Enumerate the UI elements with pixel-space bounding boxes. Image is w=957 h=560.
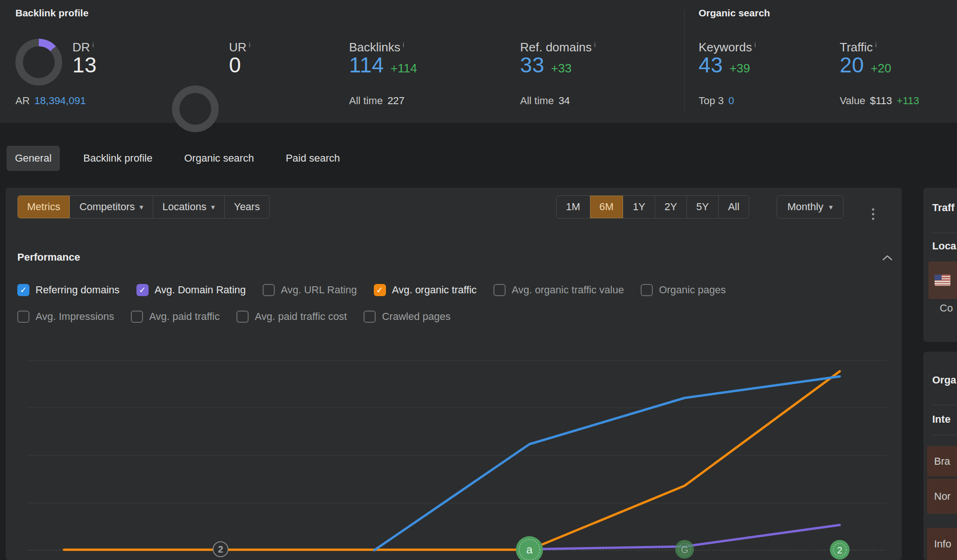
button-label: Competitors	[79, 201, 135, 213]
refdomains-value-row: 33 +33	[520, 52, 571, 78]
keywords-value-row: 43 +39	[699, 52, 750, 78]
backlinks-delta: +114	[391, 61, 417, 76]
chevron-down-icon: ▾	[139, 203, 143, 212]
traffic-value-sub-row: Value$113+113	[840, 95, 919, 107]
event-marker-gray[interactable]: 2	[213, 542, 228, 557]
event-marker-a[interactable]: a	[516, 536, 543, 560]
top3-row: Top 30	[699, 95, 734, 107]
metric-label: Avg. organic traffic value	[512, 284, 624, 296]
metric-checkbox-avg-paid-traffic-cost[interactable]: Avg. paid traffic cost	[236, 311, 347, 323]
us-flag-icon	[935, 275, 950, 286]
checkbox-icon: ✓	[136, 284, 149, 296]
keywords-value[interactable]: 43	[699, 52, 723, 78]
collapse-chevron-icon[interactable]	[882, 254, 893, 262]
filter-years[interactable]: Years	[224, 196, 269, 218]
refdomains-delta: +33	[551, 61, 571, 76]
metric-checkbox-avg-organic-traffic-value[interactable]: Avg. organic traffic value	[493, 284, 624, 296]
top3-value[interactable]: 0	[728, 95, 734, 106]
chevron-down-icon: ▾	[829, 203, 833, 212]
filter-competitors[interactable]: Competitors▾	[70, 196, 153, 218]
info-icon[interactable]: i	[403, 41, 404, 49]
time-range-group: 1M6M1Y2Y5YAll	[556, 195, 749, 219]
range-1m[interactable]: 1M	[557, 196, 590, 218]
divider	[932, 435, 957, 435]
ar-value[interactable]: 18,394,091	[35, 95, 86, 106]
checkbox-icon	[263, 284, 275, 296]
tab-backlink-profile[interactable]: Backlink profile	[75, 146, 161, 171]
metric-label: Organic pages	[659, 284, 726, 296]
svg-text:2: 2	[837, 545, 842, 555]
button-label: 1Y	[633, 201, 645, 213]
range-all[interactable]: All	[718, 196, 749, 218]
button-label: Locations	[163, 201, 207, 213]
granularity-dropdown[interactable]: Monthly ▾	[777, 195, 843, 219]
value-delta: +113	[897, 95, 919, 106]
dr-value: 13	[72, 52, 97, 78]
traffic-value[interactable]: 20	[840, 52, 864, 78]
button-label: 2Y	[664, 201, 677, 213]
backlinks-value[interactable]: 114	[349, 52, 384, 78]
event-marker-g[interactable]: G	[675, 540, 694, 559]
ur-value: 0	[229, 52, 241, 78]
value-amount: $113	[870, 95, 892, 106]
button-label: 6M	[600, 201, 614, 213]
backlinks-value-row: 114 +114	[349, 52, 417, 78]
metric-checkbox-avg-impressions[interactable]: Avg. Impressions	[17, 311, 114, 323]
sidebar-panel2-section: Inte	[932, 413, 950, 425]
metric-checkbox-avg-domain-rating[interactable]: ✓Avg. Domain Rating	[136, 284, 246, 296]
traffic-by-location-panel: Traff Loca Co	[923, 188, 957, 342]
ar-label: AR	[15, 95, 30, 106]
info-icon[interactable]: i	[754, 41, 756, 49]
checkbox-icon	[364, 311, 376, 323]
performance-chart[interactable]: 2 a G 2	[6, 323, 902, 560]
event-marker-2[interactable]: 2	[830, 540, 850, 560]
range-2y[interactable]: 2Y	[655, 196, 686, 218]
button-label: 5Y	[696, 201, 709, 213]
info-icon[interactable]: i	[594, 41, 595, 49]
refdomains-alltime-row: All time34	[520, 95, 570, 107]
tab-bar: GeneralBacklink profileOrganic searchPai…	[7, 146, 349, 171]
metric-label: Avg. URL Rating	[281, 284, 357, 296]
backlink-profile-title: Backlink profile	[15, 7, 88, 19]
intent-row-nor[interactable]: Nor	[927, 479, 957, 514]
dr-gauge	[15, 39, 62, 85]
kebab-menu-icon[interactable]	[869, 206, 877, 223]
granularity-label: Monthly	[787, 201, 823, 213]
location-row-us[interactable]	[928, 262, 957, 299]
filter-button-group: MetricsCompetitors▾Locations▾Years	[17, 195, 270, 219]
intent-row-info[interactable]: Info	[927, 528, 957, 560]
series-line-referring-domains	[374, 376, 840, 550]
performance-title: Performance	[17, 251, 80, 263]
checkbox-icon	[131, 311, 143, 323]
organic-search-title: Organic search	[699, 7, 770, 19]
range-6m[interactable]: 6M	[590, 196, 623, 218]
alltime-value: 227	[387, 95, 405, 106]
metric-checkbox-avg-paid-traffic[interactable]: Avg. paid traffic	[131, 311, 220, 323]
checkbox-icon	[236, 311, 249, 323]
filter-locations[interactable]: Locations▾	[153, 196, 224, 218]
metric-label: Referring domains	[36, 284, 120, 296]
svg-text:G: G	[681, 545, 688, 555]
range-5y[interactable]: 5Y	[686, 196, 718, 218]
metric-checkbox-referring-domains[interactable]: ✓Referring domains	[17, 284, 120, 296]
intent-row-bra[interactable]: Bra	[927, 446, 957, 476]
tab-organic-search[interactable]: Organic search	[176, 146, 262, 171]
info-icon[interactable]: i	[875, 41, 877, 49]
range-1y[interactable]: 1Y	[623, 196, 655, 218]
metric-checkbox-avg-url-rating[interactable]: Avg. URL Rating	[263, 284, 357, 296]
refdomains-value[interactable]: 33	[520, 52, 544, 78]
info-icon[interactable]: i	[93, 41, 94, 49]
svg-text:2: 2	[218, 544, 223, 554]
metric-checkbox-crawled-pages[interactable]: Crawled pages	[364, 311, 450, 323]
metric-checkbox-avg-organic-traffic[interactable]: ✓Avg. organic traffic	[374, 284, 477, 296]
checkbox-icon: ✓	[374, 284, 386, 296]
info-icon[interactable]: i	[249, 41, 250, 49]
sidebar-panel2-title: Orga	[932, 374, 956, 386]
divider	[932, 233, 957, 233]
tab-general[interactable]: General	[7, 146, 60, 171]
organic-keywords-panel: Orga Inte BraNorInfo	[923, 352, 957, 560]
metric-checkbox-organic-pages[interactable]: Organic pages	[641, 284, 726, 296]
top3-label: Top 3	[699, 95, 724, 106]
filter-metrics[interactable]: Metrics	[18, 196, 70, 218]
tab-paid-search[interactable]: Paid search	[277, 146, 348, 171]
